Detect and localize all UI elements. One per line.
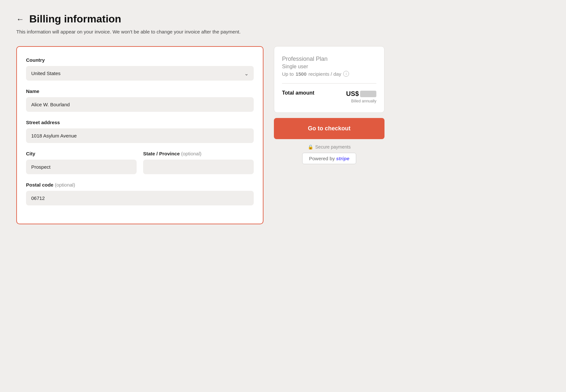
- country-field-group: Country United States Canada United King…: [26, 57, 254, 81]
- state-label: State / Province (optional): [143, 151, 254, 156]
- billing-form-panel: Country United States Canada United King…: [16, 46, 263, 224]
- name-label: Name: [26, 88, 254, 94]
- street-input[interactable]: [26, 128, 254, 143]
- city-field-group: City: [26, 151, 137, 174]
- plan-summary-card: Professional Plan Single user Up to 1500…: [274, 46, 384, 113]
- postal-input[interactable]: [26, 191, 254, 205]
- back-button[interactable]: ←: [16, 15, 24, 23]
- checkout-button[interactable]: Go to checkout: [274, 118, 384, 139]
- info-icon[interactable]: i: [343, 71, 349, 77]
- main-content: Country United States Canada United King…: [16, 46, 550, 224]
- city-state-row: City State / Province (optional): [26, 151, 254, 182]
- state-field-group: State / Province (optional): [143, 151, 254, 174]
- page-subtitle: This information will appear on your inv…: [16, 29, 550, 34]
- secure-label: 🔒 Secure payments: [308, 144, 351, 150]
- amount-redacted: [360, 91, 376, 97]
- stripe-logo: stripe: [336, 156, 349, 161]
- secure-payments-section: 🔒 Secure payments Powered by stripe: [274, 144, 384, 164]
- name-field-group: Name: [26, 88, 254, 112]
- street-label: Street address: [26, 120, 254, 125]
- total-row: Total amount US$ Billed annually: [282, 90, 376, 103]
- country-select[interactable]: United States Canada United Kingdom Aust…: [26, 66, 254, 81]
- billed-annually: Billed annually: [346, 99, 376, 103]
- total-amount: US$ Billed annually: [346, 90, 376, 103]
- city-input[interactable]: [26, 160, 137, 174]
- plan-recipients: Up to 1500 recipients / day i: [282, 71, 376, 77]
- postal-label: Postal code (optional): [26, 182, 254, 188]
- page-header: ← Billing information: [16, 13, 550, 25]
- total-label: Total amount: [282, 90, 314, 96]
- summary-divider: [282, 83, 376, 84]
- country-select-wrapper[interactable]: United States Canada United Kingdom Aust…: [26, 66, 254, 81]
- plan-name: Professional Plan: [282, 56, 376, 62]
- lock-icon: 🔒: [308, 144, 313, 150]
- page-title: Billing information: [29, 13, 121, 25]
- city-label: City: [26, 151, 137, 156]
- country-label: Country: [26, 57, 254, 63]
- plan-users: Single user: [282, 64, 376, 70]
- postal-field-group: Postal code (optional): [26, 182, 254, 205]
- stripe-badge: Powered by stripe: [302, 153, 356, 164]
- name-input[interactable]: [26, 97, 254, 112]
- street-field-group: Street address: [26, 120, 254, 143]
- state-input[interactable]: [143, 160, 254, 174]
- total-amount-value: US$: [346, 90, 376, 98]
- summary-panel: Professional Plan Single user Up to 1500…: [274, 46, 384, 164]
